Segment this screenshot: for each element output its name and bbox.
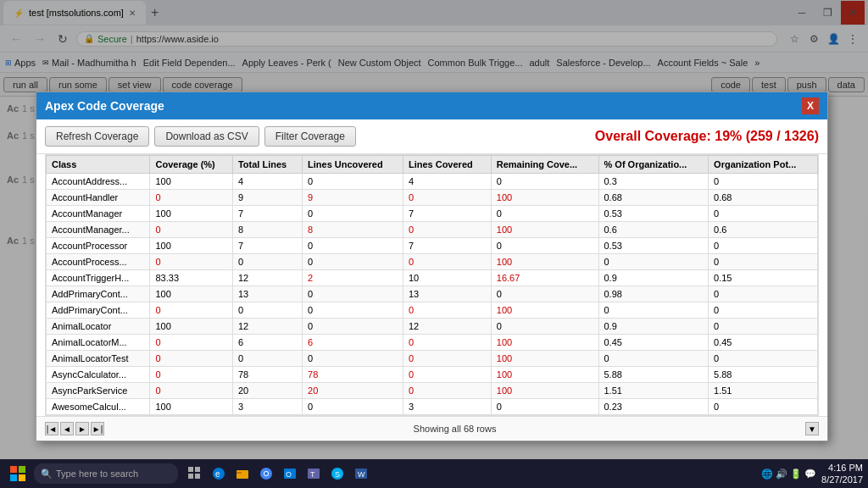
cell-remaining: 100: [491, 367, 598, 383]
table-row: AccountManager... 0 8 8 0 100 0.6 0.6: [47, 222, 818, 238]
cell-coverage: 0: [150, 367, 232, 383]
cell-total: 0: [232, 254, 302, 270]
cell-covered: 0: [403, 335, 491, 351]
skype-icon[interactable]: S: [327, 463, 348, 484]
col-org-pot: Organization Pot...: [709, 156, 818, 174]
cell-org-pot: 0: [709, 302, 818, 319]
cell-uncovered: 78: [303, 367, 403, 383]
table-row: AccountProcess... 0 0 0 0 100 0 0: [47, 254, 818, 270]
cell-total: 9: [232, 190, 302, 206]
cell-remaining: 0: [491, 286, 598, 302]
svg-rect-3: [19, 474, 25, 481]
cell-org-pot: 0: [709, 286, 818, 302]
cell-coverage: 100: [150, 174, 232, 190]
cell-coverage: 100: [150, 319, 232, 335]
cell-coverage: 0: [150, 383, 232, 399]
edge-icon[interactable]: e: [209, 463, 229, 484]
cell-org-pot: 0.6: [709, 222, 818, 238]
task-view-btn[interactable]: [185, 463, 205, 484]
filter-coverage-button[interactable]: Filter Coverage: [264, 126, 356, 147]
clock[interactable]: 4:16 PM 8/27/2017: [821, 462, 863, 486]
taskbar: 🔍 Type here to search e O T S W 🌐: [0, 459, 868, 488]
page-first-btn[interactable]: |◄: [45, 422, 58, 435]
table-row: AwesomeCalcul... 100 3 0 3 0 0.23 0: [47, 399, 818, 415]
col-org-pct: % Of Organizatio...: [598, 156, 709, 174]
cell-org-pct: 5.88: [598, 367, 709, 383]
modal-close-button[interactable]: X: [802, 97, 819, 114]
cell-uncovered: 0: [303, 254, 403, 270]
volume-icon[interactable]: 🔊: [776, 469, 787, 480]
cell-class: AnimalLocatorM...: [47, 335, 150, 351]
table-row: AccountAddress... 100 4 0 4 0 0.3 0: [47, 174, 818, 190]
modal-footer: |◄ ◄ ► ►| Showing all 68 rows ▼: [36, 416, 827, 441]
chrome-icon[interactable]: [256, 463, 276, 484]
table-row: AddPrimaryCont... 100 13 0 13 0 0.98 0: [47, 286, 818, 302]
modal-title: Apex Code Coverage: [45, 99, 164, 113]
cell-class: AccountProcess...: [47, 254, 150, 270]
file-explorer-icon[interactable]: [232, 463, 253, 484]
page-last-btn[interactable]: ►|: [91, 422, 104, 435]
search-icon: 🔍: [41, 469, 53, 480]
cell-class: AwesomeCalcul...: [47, 399, 150, 415]
table-row: AccountManager 100 7 0 7 0 0.53 0: [47, 206, 818, 222]
page-next-btn[interactable]: ►: [75, 422, 89, 435]
action-center-icon[interactable]: 💬: [804, 469, 816, 480]
cell-coverage: 83.33: [150, 270, 232, 286]
cell-org-pot: 0: [709, 399, 818, 415]
download-csv-button[interactable]: Download as CSV: [154, 126, 259, 147]
cell-coverage: 100: [150, 399, 232, 415]
cell-total: 20: [232, 383, 302, 399]
outlook-icon[interactable]: O: [280, 463, 300, 484]
cell-org-pot: 0: [709, 238, 818, 254]
table-row: AnimalLocatorM... 0 6 6 0 100 0.45 0.45: [47, 335, 818, 351]
cell-org-pct: 0.98: [598, 286, 709, 302]
network-icon[interactable]: 🌐: [761, 469, 773, 480]
table-row: AccountHandler 0 9 9 0 100 0.68 0.68: [47, 190, 818, 206]
cell-total: 12: [232, 270, 302, 286]
scroll-down-btn[interactable]: ▼: [805, 422, 819, 435]
svg-text:e: e: [215, 469, 220, 479]
refresh-coverage-button[interactable]: Refresh Coverage: [45, 126, 149, 147]
table-row: AsyncCalculator... 0 78 78 0 100 5.88 5.…: [47, 367, 818, 383]
col-remaining-cov: Remaining Cove...: [491, 156, 598, 174]
cell-org-pot: 0.45: [709, 335, 818, 351]
cell-covered: 7: [403, 238, 491, 254]
cell-org-pot: 1.51: [709, 383, 818, 399]
teams-icon[interactable]: T: [303, 463, 324, 484]
cell-remaining: 100: [491, 383, 598, 399]
cell-org-pct: 0.53: [598, 206, 709, 222]
word-icon[interactable]: W: [351, 463, 371, 484]
system-tray: 🌐 🔊 🔋 💬 4:16 PM 8/27/2017: [761, 462, 863, 486]
cell-remaining: 100: [491, 222, 598, 238]
cell-remaining: 100: [491, 190, 598, 206]
page-prev-btn[interactable]: ◄: [60, 422, 74, 435]
cell-covered: 13: [403, 286, 491, 302]
cell-covered: 4: [403, 174, 491, 190]
start-button[interactable]: [5, 463, 31, 485]
cell-org-pot: 0: [709, 254, 818, 270]
cell-covered: 0: [403, 254, 491, 270]
cell-uncovered: 0: [303, 286, 403, 302]
table-row: AsyncParkService 0 20 20 0 100 1.51 1.51: [47, 383, 818, 399]
taskbar-search[interactable]: 🔍 Type here to search: [34, 463, 178, 484]
cell-remaining: 16.67: [491, 270, 598, 286]
cell-remaining: 100: [491, 335, 598, 351]
coverage-table-container[interactable]: Class Coverage (%) Total Lines Lines Unc…: [45, 154, 819, 416]
clock-date: 8/27/2017: [821, 474, 863, 485]
col-total-lines: Total Lines: [232, 156, 302, 174]
cell-total: 6: [232, 335, 302, 351]
cell-uncovered: 0: [303, 302, 403, 319]
coverage-table-body: AccountAddress... 100 4 0 4 0 0.3 0 Acco…: [47, 174, 818, 415]
cell-total: 0: [232, 302, 302, 319]
cell-total: 78: [232, 367, 302, 383]
cell-class: AddPrimaryCont...: [47, 286, 150, 302]
cell-class: AsyncParkService: [47, 383, 150, 399]
cell-uncovered: 0: [303, 174, 403, 190]
cell-class: AddPrimaryCont...: [47, 302, 150, 319]
cell-class: AccountManager: [47, 206, 150, 222]
cell-uncovered: 0: [303, 399, 403, 415]
cell-class: AccountTriggerH...: [47, 270, 150, 286]
cell-remaining: 0: [491, 206, 598, 222]
battery-icon[interactable]: 🔋: [790, 469, 802, 480]
table-row: AnimalLocator 100 12 0 12 0 0.9 0: [47, 319, 818, 335]
